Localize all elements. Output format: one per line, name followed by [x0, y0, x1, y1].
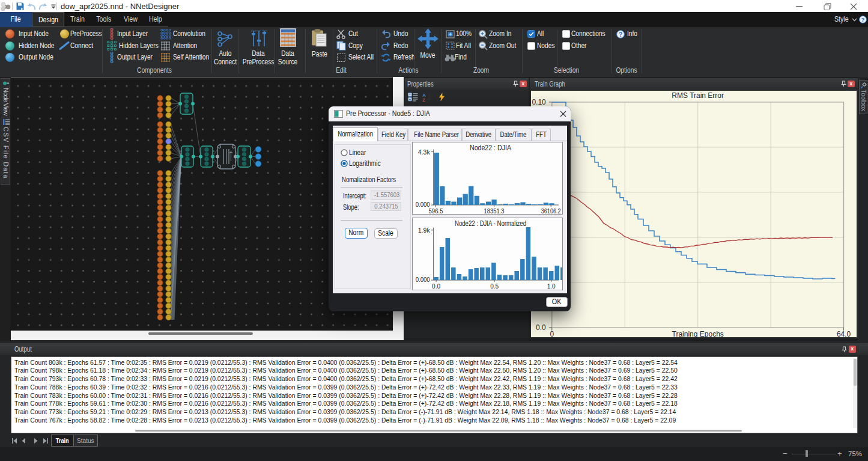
- svg-text:?: ?: [861, 16, 865, 23]
- svg-text:1.0: 1.0: [547, 282, 556, 289]
- svg-text:0.000: 0.000: [416, 276, 430, 283]
- svg-text:4.3k: 4.3k: [418, 148, 430, 155]
- svg-text:36106.2: 36106.2: [541, 207, 561, 214]
- svg-text:0.0: 0.0: [536, 323, 546, 332]
- svg-text:18351.3: 18351.3: [484, 207, 505, 214]
- svg-text:Z: Z: [422, 97, 425, 102]
- svg-text:RMS Train Error: RMS Train Error: [672, 91, 724, 100]
- svg-text:596.5: 596.5: [429, 207, 443, 214]
- svg-text:Training Epochs: Training Epochs: [672, 330, 724, 337]
- svg-text:0.0: 0.0: [432, 282, 440, 289]
- svg-text:0.000: 0.000: [416, 201, 430, 208]
- svg-text:0.5: 0.5: [490, 282, 499, 289]
- svg-text:Node22 : DJIA - Normalized: Node22 : DJIA - Normalized: [455, 219, 526, 228]
- svg-text:Node22 : DJIA: Node22 : DJIA: [470, 144, 511, 152]
- svg-text:64.0: 64.0: [837, 330, 851, 337]
- svg-text:0.10: 0.10: [532, 98, 546, 106]
- svg-text:0: 0: [550, 330, 554, 337]
- svg-text:1.9k: 1.9k: [418, 226, 430, 233]
- svg-text:?: ?: [619, 31, 622, 37]
